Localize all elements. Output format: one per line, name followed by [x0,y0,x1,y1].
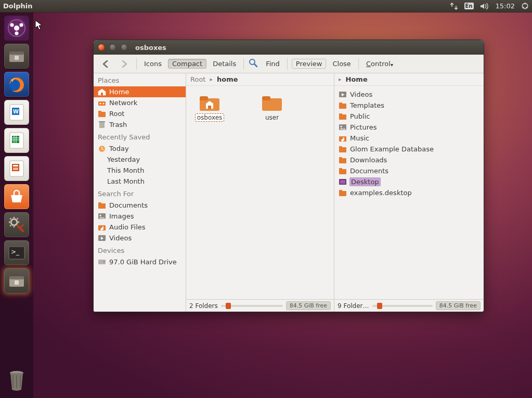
nav-forward-button[interactable] [116,58,132,70]
device-hdd[interactable]: 97.0 GiB Hard Drive [94,256,186,267]
list-item[interactable]: Documents [336,165,482,176]
list-item[interactable]: Desktop [336,176,482,187]
zoom-slider[interactable] [221,305,283,307]
sound-indicator-icon[interactable] [480,3,489,10]
right-list-view[interactable]: VideosTemplatesPublicPicturesMusicGlom E… [334,86,484,299]
places-network[interactable]: Network [94,97,186,108]
unity-launcher: W >_ [0,12,33,398]
list-item[interactable]: Templates [336,100,482,111]
home-icon [98,88,106,96]
search-videos[interactable]: Videos [94,233,186,243]
recent-today[interactable]: Today [94,143,186,154]
places-root[interactable]: Root [94,108,186,119]
folder-icon [339,167,347,175]
clock[interactable]: 15:02 [496,2,515,10]
crumb-root[interactable]: Root [190,75,205,83]
list-item[interactable]: Public [336,111,482,122]
crumb-home[interactable]: home [217,75,238,83]
close-panel-button[interactable]: Close [329,59,354,69]
sidebar-item-label: Documents [109,201,148,209]
svg-rect-54 [339,113,342,115]
sidebar-item-label: Root [109,110,124,118]
list-item[interactable]: Glom Example Database [336,144,482,155]
sidebar-item-label: 97.0 GiB Hard Drive [109,258,177,266]
launcher-writer[interactable]: W [4,100,29,125]
folder-icon [339,101,347,110]
svg-rect-17 [13,165,18,166]
svg-rect-47 [208,106,211,109]
search-audio[interactable]: Audio Files [94,222,186,233]
menubar-app-name[interactable]: Dolphin [3,2,32,10]
dolphin-window: osboxes Icons Compact Details Find Previ… [93,40,484,312]
launcher-settings[interactable] [4,212,29,237]
search-documents[interactable]: Documents [94,200,186,211]
folder-osboxes[interactable]: osboxes [191,94,228,121]
places-home[interactable]: Home [94,86,186,97]
launcher-calc[interactable] [4,128,29,153]
list-item-label: Templates [350,101,384,109]
svg-rect-65 [340,180,345,184]
svg-rect-49 [262,96,270,100]
folder-icon [339,189,347,197]
view-compact-button[interactable]: Compact [168,59,206,69]
launcher-trash[interactable] [4,368,29,393]
list-item[interactable]: Pictures [336,122,482,133]
folder-icon [98,201,106,210]
folder-user[interactable]: user [254,94,290,121]
search-images[interactable]: Images [94,211,186,222]
find-icon [248,58,258,70]
launcher-terminal[interactable]: >_ [4,240,29,265]
launcher-firefox[interactable] [4,72,29,97]
launcher-impress[interactable] [4,156,29,181]
svg-rect-24 [9,276,24,279]
audio-icon [98,223,106,232]
list-item[interactable]: Music [336,133,482,144]
sidebar-item-label: Yesterday [107,156,140,163]
svg-point-40 [100,215,101,216]
left-icon-view[interactable]: osboxes user [186,86,334,299]
list-item[interactable]: examples.desktop [336,187,482,198]
launcher-files[interactable] [4,44,29,69]
zoom-slider[interactable] [372,305,433,307]
svg-rect-43 [98,260,106,264]
window-minimize-button[interactable] [109,44,116,51]
places-sidebar: Places Home Network Root Trash Recently … [94,73,186,312]
places-trash[interactable]: Trash [94,119,186,130]
view-details-button[interactable]: Details [210,59,239,69]
svg-point-30 [100,102,101,104]
videos-icon [98,234,106,242]
list-item[interactable]: Videos [336,89,482,100]
window-close-button[interactable] [98,44,105,51]
launcher-software[interactable] [4,184,29,209]
left-pane: Root ▸ home osboxes user 2 Folders 84.5 … [186,73,334,312]
view-icons-button[interactable]: Icons [141,59,165,69]
crumb-home[interactable]: Home [346,75,368,83]
find-button[interactable]: Find [263,59,283,69]
list-item[interactable]: Downloads [336,155,482,165]
left-breadcrumb[interactable]: Root ▸ home [186,73,334,86]
music-icon [339,134,347,143]
control-menu-button[interactable]: Control▾ [363,59,396,69]
window-maximize-button[interactable] [121,44,128,51]
launcher-dolphin-active[interactable] [4,268,29,293]
network-icon [98,99,106,107]
svg-rect-67 [339,190,342,192]
launcher-dash[interactable] [4,16,29,41]
status-text: 9 Folder… [338,302,369,310]
preview-button[interactable]: Preview [292,59,327,69]
folder-label: user [264,114,280,121]
recent-yesterday[interactable]: Yesterday [94,154,186,165]
svg-point-44 [103,261,105,262]
sidebar-item-label: Today [109,145,129,152]
recent-last-month[interactable]: Last Month [94,176,186,187]
window-titlebar[interactable]: osboxes [94,40,484,55]
keyboard-indicator[interactable]: En [464,3,474,9]
right-breadcrumb[interactable]: ▸ Home [334,73,484,86]
session-indicator-icon[interactable] [521,2,529,10]
window-title: osboxes [135,44,166,52]
recent-this-month[interactable]: This Month [94,165,186,176]
network-indicator-icon[interactable] [450,3,458,10]
list-item-label: Videos [350,91,372,98]
nav-back-button[interactable] [98,58,113,70]
svg-rect-14 [12,136,19,143]
